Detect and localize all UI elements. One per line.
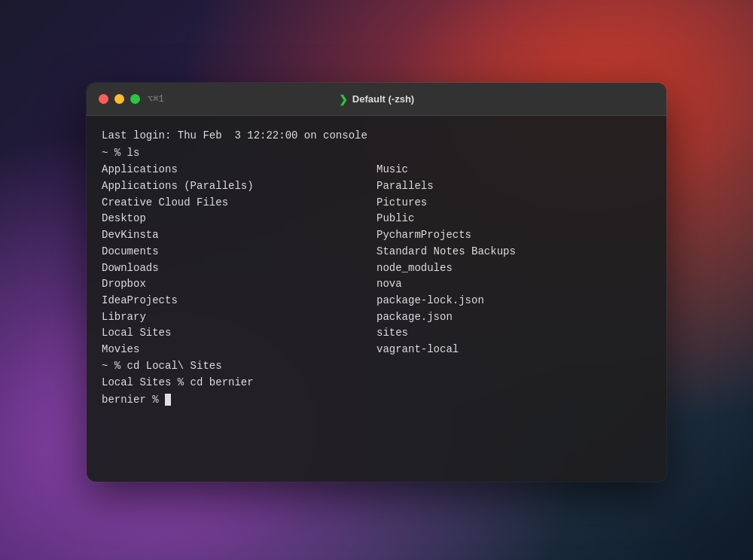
ls-right-2: Parallels (376, 178, 651, 195)
prompt-text: ~ % ls (102, 147, 139, 159)
ls-left-6: Documents (102, 244, 376, 260)
ls-right-4: Public (376, 211, 651, 227)
command-ls: ~ % ls (102, 145, 651, 162)
ls-right-7: node_modules (376, 260, 651, 277)
terminal-window: ⌥⌘1 ❯ Default (-zsh) Last login: Thu Feb… (87, 83, 666, 482)
ls-output: Applications Music Applications (Paralle… (102, 162, 651, 358)
minimize-button[interactable] (114, 94, 124, 104)
ls-right-3: Pictures (376, 195, 651, 212)
command-cd-bernier: Local Sites % cd bernier (102, 375, 651, 391)
window-title: ❯ Default (-zsh) (339, 93, 414, 105)
command-bernier-prompt: bernier % (102, 392, 651, 409)
shortcut-label: ⌥⌘1 (148, 93, 164, 105)
title-bar: ⌥⌘1 ❯ Default (-zsh) (87, 83, 666, 116)
ls-right-11: sites (376, 325, 651, 342)
ls-right-9: package-lock.json (376, 293, 651, 309)
ls-right-8: nova (376, 276, 651, 293)
command-cd-local: ~ % cd Local\ Sites (102, 358, 651, 375)
ls-left-10: Library (102, 309, 376, 326)
window-title-text: Default (-zsh) (352, 93, 414, 105)
terminal-icon: ❯ (339, 93, 348, 105)
traffic-lights (99, 94, 140, 104)
ls-left-1: Applications (102, 162, 376, 178)
ls-left-3: Creative Cloud Files (102, 195, 376, 212)
ls-right-10: package.json (376, 309, 651, 326)
maximize-button[interactable] (130, 94, 140, 104)
ls-right-12: vagrant-local (376, 342, 651, 358)
ls-right-5: PycharmProjects (376, 227, 651, 244)
ls-left-12: Movies (102, 342, 376, 358)
terminal-body[interactable]: Last login: Thu Feb 3 12:22:00 on consol… (87, 116, 666, 482)
ls-left-7: Downloads (102, 260, 376, 277)
ls-left-8: Dropbox (102, 276, 376, 293)
login-line: Last login: Thu Feb 3 12:22:00 on consol… (102, 128, 651, 145)
ls-right-1: Music (376, 162, 651, 178)
ls-right-6: Standard Notes Backups (376, 244, 651, 260)
ls-left-5: DevKinsta (102, 227, 376, 244)
ls-left-9: IdeaProjects (102, 293, 376, 309)
ls-left-2: Applications (Parallels) (102, 178, 376, 195)
close-button[interactable] (99, 94, 108, 104)
ls-left-4: Desktop (102, 211, 376, 227)
ls-left-11: Local Sites (102, 325, 376, 342)
cursor (165, 394, 171, 406)
